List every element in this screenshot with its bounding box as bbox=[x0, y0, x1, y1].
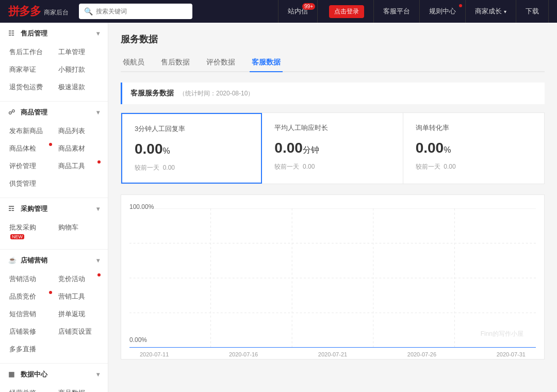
sidebar-item-goods-list[interactable]: 商品列表 bbox=[54, 122, 103, 140]
data-items: 经营总览 商品数据 交易数据 服务数据 流量数据 bbox=[0, 384, 108, 392]
sidebar-title-goods[interactable]: ☍ 商品管理 ▾ bbox=[0, 102, 108, 122]
marketing-icon: ☕ bbox=[8, 256, 17, 265]
sidebar-item-fast-refund[interactable]: 极速退款 bbox=[54, 78, 103, 96]
nav-item-download[interactable]: 下载 bbox=[516, 0, 549, 23]
marketing-title-label: 店铺营销 bbox=[21, 256, 47, 265]
stat-value-response-time: 0.00分钟 bbox=[274, 140, 390, 156]
sidebar-item-ticket-manage[interactable]: 工单管理 bbox=[54, 43, 103, 61]
sidebar-title-data[interactable]: ▦ 数据中心 ▾ bbox=[0, 364, 108, 384]
nav-item-growth[interactable]: 商家成长 ▾ bbox=[466, 0, 516, 23]
login-button[interactable]: 点击登录 bbox=[329, 5, 364, 18]
x-label-5: 2020-07-31 bbox=[497, 351, 526, 357]
sidebar-item-biz-overview[interactable]: 经营总览 bbox=[5, 384, 54, 392]
stat-label-reply-rate: 3分钟人工回复率 bbox=[135, 124, 249, 134]
chart-y-bottom-label: 0.00% bbox=[129, 336, 147, 344]
sidebar-section-aftersale: ☷ 售后管理 ▾ 售后工作台 工单管理 商家举证 小额打款 退货包运费 极速退款 bbox=[0, 23, 108, 102]
layout: ☷ 售后管理 ▾ 售后工作台 工单管理 商家举证 小额打款 退货包运费 极速退款… bbox=[0, 23, 557, 392]
nav-item-login[interactable]: 点击登录 bbox=[318, 0, 374, 23]
sidebar-section-marketing: ☕ 店铺营销 ▾ 营销活动 竞价活动 品质竞价 营销工具 短信营销 拼单返现 店… bbox=[0, 250, 108, 364]
marketing-items: 营销活动 竞价活动 品质竞价 营销工具 短信营销 拼单返现 店铺装修 店铺页设置… bbox=[0, 270, 108, 363]
sidebar-section-purchase: ☶ 采购管理 ▾ 批发采购 NEW 购物车 bbox=[0, 198, 108, 250]
goods-tools-dot bbox=[97, 160, 101, 164]
search-bar[interactable]: 🔍 bbox=[79, 4, 192, 19]
sidebar-item-return-shipping[interactable]: 退货包运费 bbox=[5, 78, 54, 96]
data-icon: ▦ bbox=[8, 370, 17, 379]
data-title-label: 数据中心 bbox=[21, 370, 47, 379]
tab-service-data[interactable]: 客服数据 bbox=[250, 54, 283, 72]
sidebar-item-goods-material[interactable]: 商品素材 bbox=[54, 140, 103, 157]
logo-text: 拼多多 bbox=[8, 4, 41, 19]
nav-label-download: 下载 bbox=[526, 7, 539, 16]
section-header: 客服服务数据 （统计时间：2020-08-10） bbox=[121, 83, 545, 104]
sidebar-item-duoduo-live[interactable]: 多多直播 bbox=[5, 340, 54, 358]
aftersale-title-label: 售后管理 bbox=[21, 29, 47, 38]
chart-y-top-label: 100.00% bbox=[129, 203, 154, 210]
sidebar-item-goods-tools[interactable]: 商品工具 bbox=[54, 157, 103, 175]
sidebar-item-group-cashback[interactable]: 拼单返现 bbox=[54, 305, 103, 323]
stat-compare-conversion-rate: 较前一天 0.00 bbox=[416, 162, 532, 171]
sidebar-item-aftersale-workbench[interactable]: 售后工作台 bbox=[5, 43, 54, 61]
sidebar-item-sms-marketing[interactable]: 短信营销 bbox=[5, 305, 54, 323]
page-title: 服务数据 bbox=[121, 33, 545, 45]
sidebar-item-merchant-evidence[interactable]: 商家举证 bbox=[5, 61, 54, 78]
sidebar-item-store-decor[interactable]: 店铺装修 bbox=[5, 323, 54, 340]
sidebar-item-marketing-activity[interactable]: 营销活动 bbox=[5, 270, 54, 288]
stat-card-reply-rate[interactable]: 3分钟人工回复率 0.00% 较前一天 0.00 bbox=[121, 113, 262, 184]
search-icon: 🔍 bbox=[84, 7, 93, 15]
sidebar-section-goods: ☍ 商品管理 ▾ 发布新商品 商品列表 商品体检 商品素材 评价管理 商品工具 … bbox=[0, 102, 108, 198]
stat-unit-response-time: 分钟 bbox=[303, 145, 319, 154]
stat-card-response-time[interactable]: 平均人工响应时长 0.00分钟 较前一天 0.00 bbox=[262, 113, 403, 184]
goods-icon: ☍ bbox=[8, 108, 17, 117]
purchase-title-label: 采购管理 bbox=[21, 204, 47, 214]
aftersale-items: 售后工作台 工单管理 商家举证 小额打款 退货包运费 极速退款 bbox=[0, 43, 108, 101]
inbox-badge: 99+ bbox=[302, 3, 315, 10]
sidebar-item-small-payment[interactable]: 小额打款 bbox=[54, 61, 103, 78]
sidebar: ☷ 售后管理 ▾ 售后工作台 工单管理 商家举证 小额打款 退货包运费 极速退款… bbox=[0, 23, 108, 392]
search-input[interactable] bbox=[96, 8, 187, 15]
sidebar-item-goods-health[interactable]: 商品体检 bbox=[5, 140, 54, 157]
tab-review-data[interactable]: 评价数据 bbox=[204, 54, 237, 72]
goods-items: 发布新商品 商品列表 商品体检 商品素材 评价管理 商品工具 供货管理 bbox=[0, 122, 108, 198]
aftersale-chevron-icon: ▾ bbox=[96, 30, 100, 37]
data-chevron-icon: ▾ bbox=[96, 371, 100, 378]
sidebar-item-supply-manage[interactable]: 供货管理 bbox=[5, 175, 54, 192]
rules-dot bbox=[459, 4, 462, 7]
wholesale-new-badge: NEW bbox=[10, 234, 24, 239]
section-subtitle: （统计时间：2020-08-10） bbox=[179, 89, 254, 98]
sidebar-item-bid-activity[interactable]: 竞价活动 bbox=[54, 270, 103, 288]
nav-item-inbox[interactable]: 站内信 99+ bbox=[278, 0, 318, 23]
header: 拼多多 商家后台 🔍 站内信 99+ 点击登录 客服平台 规则中心 商家成长 ▾… bbox=[0, 0, 557, 23]
growth-chevron-icon: ▾ bbox=[504, 9, 506, 14]
nav-label-growth: 商家成长 bbox=[475, 7, 502, 16]
tab-aftersale-data[interactable]: 售后数据 bbox=[159, 54, 192, 72]
tab-navigator[interactable]: 领航员 bbox=[121, 54, 146, 72]
sidebar-item-cart[interactable]: 购物车 bbox=[54, 219, 103, 244]
x-label-1: 2020-07-11 bbox=[140, 351, 169, 357]
header-nav: 站内信 99+ 点击登录 客服平台 规则中心 商家成长 ▾ 下载 bbox=[278, 0, 549, 23]
purchase-chevron-icon: ▾ bbox=[96, 205, 100, 213]
sidebar-item-quality-bid[interactable]: 品质竞价 bbox=[5, 288, 54, 305]
x-label-3: 2020-07-21 bbox=[318, 351, 347, 357]
goods-title-label: 商品管理 bbox=[21, 108, 47, 117]
nav-label-rules: 规则中心 bbox=[429, 7, 456, 16]
logo-sub: 商家后台 bbox=[44, 8, 69, 17]
sidebar-title-purchase[interactable]: ☶ 采购管理 ▾ bbox=[0, 198, 108, 219]
sidebar-item-wholesale[interactable]: 批发采购 NEW bbox=[5, 219, 54, 244]
stat-card-conversion-rate[interactable]: 询单转化率 0.00% 较前一天 0.00 bbox=[403, 113, 544, 184]
chart-x-labels: 2020-07-11 2020-07-16 2020-07-21 2020-07… bbox=[129, 351, 536, 357]
sidebar-item-publish-goods[interactable]: 发布新商品 bbox=[5, 122, 54, 140]
sidebar-item-goods-data[interactable]: 商品数据 bbox=[54, 384, 103, 392]
nav-item-rules[interactable]: 规则中心 bbox=[420, 0, 466, 23]
sidebar-item-marketing-tools[interactable]: 营销工具 bbox=[54, 288, 103, 305]
sidebar-item-store-page[interactable]: 店铺页设置 bbox=[54, 323, 103, 340]
section-title: 客服服务数据 bbox=[130, 89, 174, 98]
nav-item-support[interactable]: 客服平台 bbox=[374, 0, 420, 23]
sidebar-title-aftersale[interactable]: ☷ 售后管理 ▾ bbox=[0, 23, 108, 43]
quality-bid-dot bbox=[49, 291, 52, 294]
stats-cards: 3分钟人工回复率 0.00% 较前一天 0.00 平均人工响应时长 0.00分钟… bbox=[121, 112, 545, 184]
stat-unit-reply-rate: % bbox=[163, 146, 170, 155]
purchase-icon: ☶ bbox=[8, 205, 17, 213]
chart-svg bbox=[129, 208, 536, 348]
sidebar-title-marketing[interactable]: ☕ 店铺营销 ▾ bbox=[0, 250, 108, 270]
sidebar-item-review-manage[interactable]: 评价管理 bbox=[5, 157, 54, 175]
